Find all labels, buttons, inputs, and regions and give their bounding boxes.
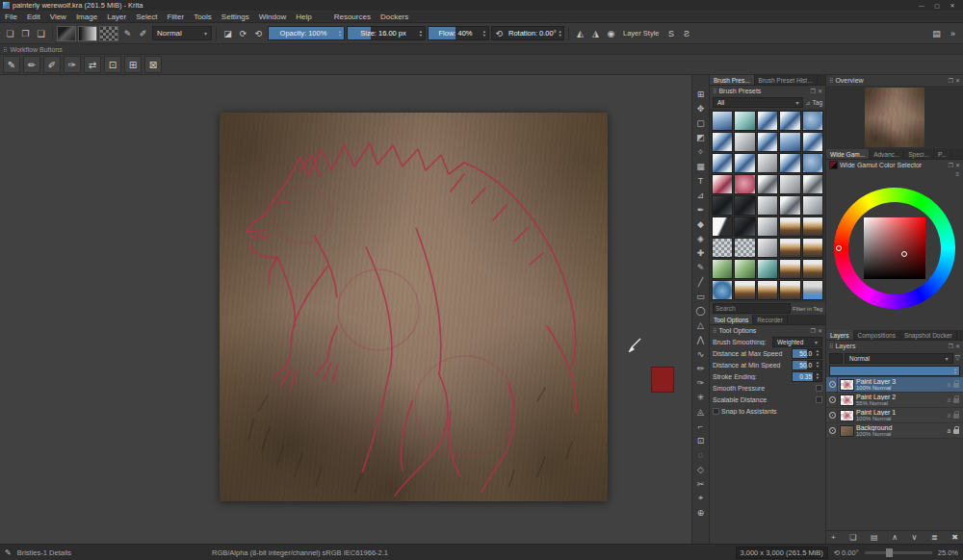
brush-preset-15[interactable]: [802, 153, 823, 173]
zoom-slider-handle[interactable]: [886, 548, 893, 557]
brush-preset-14[interactable]: [779, 153, 800, 173]
distance-max-speed-spinner[interactable]: 50.0 ▴▾: [792, 348, 822, 359]
blend-mode-select[interactable]: Normal▾: [152, 26, 212, 40]
polygon-tool[interactable]: △: [693, 318, 709, 332]
similar-color-select-tool[interactable]: ⌖: [693, 491, 709, 505]
menu-dockers[interactable]: Dockers: [376, 11, 413, 22]
layer-row[interactable]: Paint Layer 3100% Normala: [826, 377, 963, 393]
choose-brush-preset-icon[interactable]: ✐: [136, 26, 150, 41]
workflow-clear-icon[interactable]: ⊠: [144, 56, 162, 73]
enclose-fill-tool[interactable]: ◈: [693, 231, 709, 245]
workflow-swap-icon[interactable]: ⇄: [84, 56, 101, 73]
brush-preset-22[interactable]: [734, 195, 755, 216]
close-docker-icon[interactable]: ✕: [818, 327, 822, 334]
menu-resources[interactable]: Resources: [329, 11, 376, 22]
tab-advanced[interactable]: Advanc...: [870, 149, 904, 159]
assistants-tool[interactable]: ◬: [693, 404, 709, 419]
float-docker-icon[interactable]: ❐: [949, 343, 953, 349]
layer-row[interactable]: Paint Layer 255% Normala: [826, 393, 963, 408]
tab-brush-preset-history[interactable]: Brush Preset Hist...: [755, 75, 818, 85]
shape-edit-tool[interactable]: ⊿: [693, 188, 709, 202]
float-docker-icon[interactable]: ❐: [949, 77, 953, 84]
brush-preset-36[interactable]: [712, 259, 733, 279]
stabilizer-icon[interactable]: Ƨ: [680, 26, 694, 41]
maximize-button[interactable]: ▢: [929, 1, 945, 11]
distance-min-speed-spinner[interactable]: 50.0 ▴▾: [792, 360, 822, 370]
layer-row[interactable]: Background100% Normala: [826, 423, 963, 439]
docker-grip-icon[interactable]: ⠿: [829, 77, 833, 84]
saturation-value-square[interactable]: [864, 217, 925, 279]
toolbar-overflow-icon[interactable]: »: [946, 26, 960, 41]
color-sampler-tool[interactable]: ✧: [693, 144, 709, 159]
brush-preset-34[interactable]: [779, 238, 800, 258]
canvas-workspace[interactable]: [0, 75, 691, 544]
lock-icon[interactable]: [953, 429, 959, 434]
saturation-value-marker[interactable]: [901, 251, 907, 257]
brush-preset-38[interactable]: [757, 259, 778, 279]
open-document-icon[interactable]: ❐: [18, 26, 33, 41]
brush-preset-37[interactable]: [734, 259, 755, 279]
menu-help[interactable]: Help: [291, 11, 316, 22]
tab-specific[interactable]: Speci...: [904, 149, 934, 159]
layer-blend-mode-select[interactable]: Normal▾: [845, 353, 953, 364]
pattern-swatch[interactable]: [99, 26, 118, 41]
lock-icon[interactable]: [953, 383, 959, 388]
ellipse-tool[interactable]: ◯: [693, 303, 709, 318]
tab-palette[interactable]: P...: [934, 149, 951, 159]
layer-color-label-select[interactable]: [829, 353, 843, 364]
brush-preset-16[interactable]: [712, 174, 733, 194]
brush-preset-8[interactable]: [757, 132, 778, 152]
mirror-vertical-icon[interactable]: ◮: [588, 26, 603, 41]
workspace-chooser-icon[interactable]: ▤: [929, 26, 944, 41]
canvas[interactable]: [220, 113, 608, 501]
rectangle-tool[interactable]: ▭: [693, 289, 709, 303]
layer-visibility-cell[interactable]: [828, 423, 838, 438]
brush-preset-42[interactable]: [734, 280, 755, 300]
spin-arrows[interactable]: ▴▾: [336, 30, 344, 38]
freehand-path-tool[interactable]: ✏: [693, 361, 709, 375]
tab-compositions[interactable]: Compositions: [854, 330, 900, 340]
spin-arrows[interactable]: ▴▾: [814, 372, 821, 380]
menu-window[interactable]: Window: [254, 11, 291, 22]
layer-opacity-slider[interactable]: Opacity: 100% ▴▾: [829, 366, 960, 376]
menu-tools[interactable]: Tools: [189, 11, 217, 22]
workflow-canvas-icon[interactable]: ⊡: [104, 56, 121, 73]
freehand-select-tool[interactable]: ✂: [693, 476, 709, 491]
minimize-button[interactable]: —: [914, 1, 929, 11]
smart-patch-tool[interactable]: ✚: [693, 245, 709, 260]
menu-edit[interactable]: Edit: [22, 11, 45, 22]
overview-area[interactable]: [826, 86, 963, 149]
rotate-canvas-icon[interactable]: ⟲: [834, 548, 840, 557]
brush-preset-10[interactable]: [802, 132, 823, 152]
workflow-pen-icon[interactable]: ✏: [23, 56, 40, 73]
layer-visibility-cell[interactable]: [828, 393, 838, 407]
float-docker-icon[interactable]: ❐: [811, 327, 816, 334]
tag-label[interactable]: Tag: [813, 99, 822, 106]
docker-grip-icon[interactable]: ⠿: [3, 46, 7, 53]
menu-file[interactable]: File: [0, 11, 22, 22]
brush-search-input[interactable]: [713, 303, 791, 314]
current-brush-name[interactable]: Bristles-1 Details: [17, 548, 71, 557]
flow-slider[interactable]: Flow: 40% ▴▾: [428, 26, 489, 40]
docker-grip-icon[interactable]: ⠿: [713, 327, 716, 334]
current-color-swatch[interactable]: [829, 161, 838, 169]
rectangular-select-tool[interactable]: ⊡: [693, 433, 709, 447]
brush-preset-39[interactable]: [779, 259, 800, 279]
calligraphy-tool[interactable]: ✒: [693, 202, 709, 216]
brush-preset-45[interactable]: [802, 280, 823, 300]
line-tool[interactable]: ╱: [693, 274, 709, 289]
brush-preset-20[interactable]: [802, 174, 823, 194]
tag-filter-select[interactable]: All▾: [713, 97, 803, 108]
tab-snapshot-docker[interactable]: Snapshot Docker: [900, 330, 957, 340]
zoom-slider[interactable]: [865, 551, 932, 554]
brush-preset-44[interactable]: [779, 280, 800, 300]
move-layer-up-button[interactable]: ∧: [892, 533, 898, 542]
brush-preset-33[interactable]: [757, 238, 778, 258]
workflow-marker-icon[interactable]: ✐: [43, 56, 61, 73]
duplicate-layer-button[interactable]: ❏: [849, 533, 856, 542]
freehand-brush-tool[interactable]: ✎: [693, 260, 709, 274]
gradient-swatch[interactable]: [78, 26, 97, 41]
edit-brush-settings-icon[interactable]: ✎: [120, 26, 135, 41]
polyline-tool[interactable]: ⋀: [693, 332, 709, 346]
crop-tool[interactable]: ▢: [693, 115, 709, 130]
